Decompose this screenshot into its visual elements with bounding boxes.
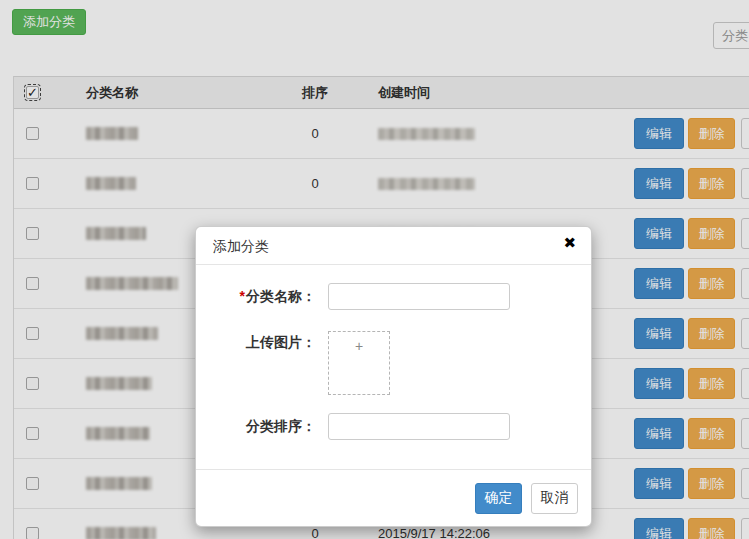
category-sort-input[interactable] [328,413,510,440]
upload-image-label: 上传图片： [196,334,316,352]
cancel-button[interactable]: 取消 [531,483,578,514]
category-name-label: *分类名称： [196,288,316,306]
add-category-modal: 添加分类 ✖ *分类名称： 上传图片： + 分类排序： 确定 取消 [195,226,592,527]
category-sort-label: 分类排序： [196,418,316,436]
modal-header: 添加分类 ✖ [196,227,591,265]
modal-body: *分类名称： 上传图片： + 分类排序： [196,265,591,470]
modal-footer: 确定 取消 [196,469,591,526]
close-icon[interactable]: ✖ [563,235,576,250]
category-name-input[interactable] [328,283,510,310]
image-upload-dropzone[interactable]: + [328,331,390,395]
required-asterisk: * [240,288,245,304]
category-management-page: 添加分类 ✓ 分类名称 排序 创建时间 0 编辑 删除 [0,0,749,539]
plus-icon: + [329,338,389,354]
modal-title: 添加分类 [213,238,269,256]
confirm-button[interactable]: 确定 [475,483,522,514]
